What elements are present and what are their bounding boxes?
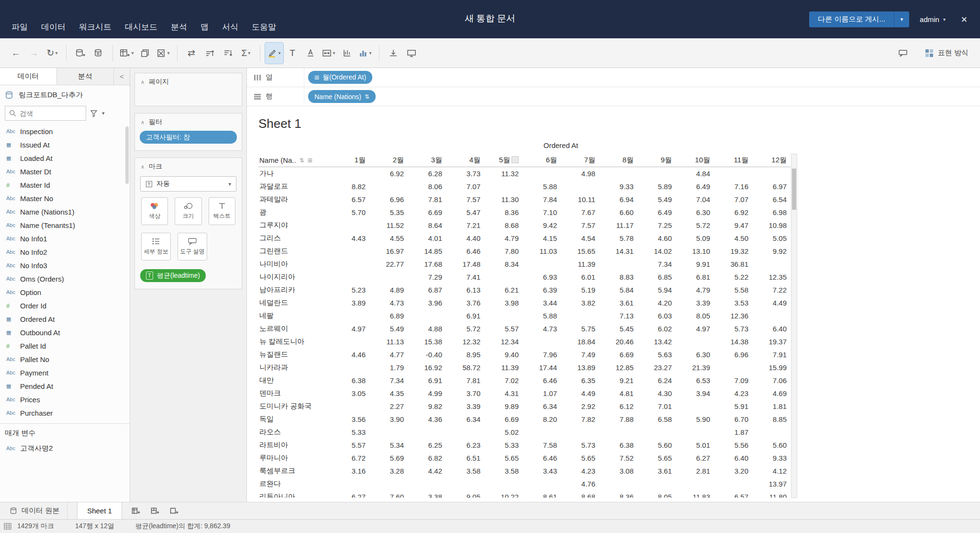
mark-cell[interactable]: 7.82 bbox=[561, 415, 599, 423]
mark-cell[interactable]: 8.83 bbox=[599, 273, 637, 281]
show-mark-labels-button[interactable]: T bbox=[283, 43, 301, 64]
mark-cell[interactable]: 3.98 bbox=[484, 299, 523, 307]
mark-cell[interactable]: 4.49 bbox=[561, 389, 599, 397]
mark-cell[interactable]: 6.13 bbox=[446, 286, 484, 294]
mark-cell[interactable]: 6.69 bbox=[599, 351, 637, 359]
row-label[interactable]: 그리스 bbox=[258, 234, 331, 243]
column-sort-hover-icon[interactable] bbox=[512, 156, 519, 163]
mark-cell[interactable]: 6.27 bbox=[331, 493, 369, 498]
mark-cell[interactable]: 9.05 bbox=[446, 493, 484, 498]
sort-descending-button[interactable] bbox=[219, 43, 237, 64]
mark-cell[interactable]: 5.73 bbox=[561, 441, 599, 449]
field-list-scrollbar[interactable] bbox=[125, 126, 129, 184]
mark-cell[interactable]: 12.36 bbox=[714, 312, 752, 320]
field-item[interactable]: AbcMaster No bbox=[0, 192, 130, 205]
mark-cell[interactable]: 6.51 bbox=[446, 454, 484, 462]
mark-cell[interactable]: 4.73 bbox=[523, 325, 561, 333]
mark-cell[interactable]: 3.38 bbox=[408, 493, 446, 498]
chart-type-dropdown[interactable]: ▾ bbox=[356, 43, 374, 64]
mark-cell[interactable]: 13.89 bbox=[561, 363, 599, 372]
menu-help[interactable]: 도움말 bbox=[245, 19, 283, 35]
tooltip-button[interactable]: 도구 설명 bbox=[178, 233, 207, 261]
table-scrollbar[interactable] bbox=[791, 154, 797, 498]
mark-cell[interactable]: 14.02 bbox=[637, 247, 676, 255]
field-item[interactable]: AbcPallet No bbox=[0, 352, 130, 366]
mark-cell[interactable]: -0.40 bbox=[408, 351, 446, 359]
field-item[interactable]: AbcName (Nations1) bbox=[0, 205, 130, 218]
sort-ascending-button[interactable] bbox=[200, 43, 219, 64]
mark-cell[interactable]: 6.89 bbox=[369, 312, 408, 320]
forward-button[interactable]: → bbox=[25, 43, 43, 64]
mark-cell[interactable]: 7.34 bbox=[637, 260, 676, 268]
mark-cell[interactable]: 5.58 bbox=[714, 286, 752, 294]
mark-cell[interactable]: 5.94 bbox=[637, 286, 676, 294]
mark-cell[interactable]: 5.01 bbox=[676, 441, 714, 449]
mark-cell[interactable]: 5.56 bbox=[714, 441, 752, 449]
row-label[interactable]: 리투아니아 bbox=[258, 492, 331, 498]
mark-cell[interactable]: 1.79 bbox=[369, 363, 408, 372]
mark-cell[interactable]: 4.15 bbox=[523, 234, 561, 242]
search-input[interactable] bbox=[5, 106, 86, 121]
mark-cell[interactable]: 4.54 bbox=[561, 234, 599, 242]
mark-cell[interactable]: 14.85 bbox=[408, 247, 446, 255]
mark-cell[interactable]: 7.84 bbox=[523, 195, 561, 204]
mark-cell[interactable]: 5.72 bbox=[676, 221, 714, 229]
month-header[interactable]: 10월 bbox=[676, 156, 714, 165]
mark-cell[interactable]: 11.30 bbox=[484, 195, 523, 204]
mark-cell[interactable]: 14.31 bbox=[599, 247, 637, 255]
row-label[interactable]: 네팔 bbox=[258, 311, 331, 320]
mark-cell[interactable]: 5.65 bbox=[561, 454, 599, 462]
mark-cell[interactable]: 5.33 bbox=[331, 428, 369, 436]
mark-cell[interactable]: 6.34 bbox=[446, 415, 484, 423]
highlight-button[interactable]: ▾ bbox=[265, 43, 283, 64]
tooltip-toggle-button[interactable] bbox=[894, 43, 912, 64]
field-item[interactable]: AbcOms (Orders) bbox=[0, 272, 130, 285]
mark-cell[interactable]: 4.76 bbox=[561, 480, 599, 488]
mark-cell[interactable]: 6.03 bbox=[637, 312, 676, 320]
mark-cell[interactable]: 6.94 bbox=[599, 195, 637, 204]
columns-pill[interactable]: ⊞ 월(Ordered At) bbox=[308, 71, 372, 84]
mark-cell[interactable]: 3.96 bbox=[408, 299, 446, 307]
mark-cell[interactable]: 6.70 bbox=[714, 415, 752, 423]
collapse-section-icon[interactable]: ∧ bbox=[141, 119, 145, 125]
mark-cell[interactable]: 7.58 bbox=[523, 441, 561, 449]
mark-cell[interactable]: 7.07 bbox=[714, 195, 752, 204]
publish-caret-icon[interactable]: ▾ bbox=[894, 11, 909, 27]
mark-cell[interactable]: 11.17 bbox=[599, 221, 637, 229]
mark-cell[interactable]: 7.02 bbox=[484, 376, 523, 385]
mark-cell[interactable]: 3.39 bbox=[676, 299, 714, 307]
mark-cell[interactable]: 13.10 bbox=[676, 247, 714, 255]
field-item[interactable]: AbcNo Info1 bbox=[0, 232, 130, 245]
mark-cell[interactable]: 13.42 bbox=[637, 338, 676, 346]
mark-cell[interactable]: 5.49 bbox=[369, 325, 408, 333]
mark-cell[interactable]: 4.69 bbox=[752, 389, 791, 397]
mark-cell[interactable]: 4.42 bbox=[408, 467, 446, 475]
mark-cell[interactable]: 5.57 bbox=[331, 441, 369, 449]
menu-analysis[interactable]: 분석 bbox=[164, 19, 194, 35]
field-item[interactable]: AbcPrices bbox=[0, 393, 130, 406]
row-field-header[interactable]: Name (Na.. ⇅ ⊞ bbox=[258, 156, 331, 164]
mark-cell[interactable]: 3.82 bbox=[561, 299, 599, 307]
mark-cell[interactable]: 6.57 bbox=[331, 195, 369, 204]
mark-cell[interactable]: 4.84 bbox=[676, 170, 714, 178]
row-label[interactable]: 나이지리아 bbox=[258, 272, 331, 282]
mark-cell[interactable]: 3.28 bbox=[369, 467, 408, 475]
mark-cell[interactable]: 6.46 bbox=[523, 376, 561, 385]
mark-cell[interactable]: 4.50 bbox=[714, 234, 752, 242]
measure-pill[interactable]: T 평균(leadtime) bbox=[140, 269, 206, 282]
field-item[interactable]: ▦Issued At bbox=[0, 138, 130, 151]
mark-cell[interactable]: 4.36 bbox=[408, 415, 446, 423]
row-label[interactable]: 나미비아 bbox=[258, 260, 331, 269]
mark-cell[interactable]: 4.77 bbox=[369, 351, 408, 359]
mark-cell[interactable]: 7.09 bbox=[714, 376, 752, 385]
mark-cell[interactable]: 6.46 bbox=[446, 247, 484, 255]
mark-cell[interactable]: 3.61 bbox=[637, 467, 676, 475]
mark-cell[interactable]: 5.60 bbox=[637, 441, 676, 449]
mark-cell[interactable]: 4.81 bbox=[599, 389, 637, 397]
collapse-section-icon[interactable]: ∧ bbox=[141, 79, 145, 85]
columns-shelf[interactable]: 열 ⊞ 월(Ordered At) bbox=[247, 68, 980, 87]
mark-cell[interactable]: 7.88 bbox=[599, 415, 637, 423]
field-item[interactable]: AbcInspection bbox=[0, 125, 130, 138]
mark-cell[interactable]: 11.39 bbox=[561, 260, 599, 268]
mark-cell[interactable]: 6.27 bbox=[676, 454, 714, 462]
